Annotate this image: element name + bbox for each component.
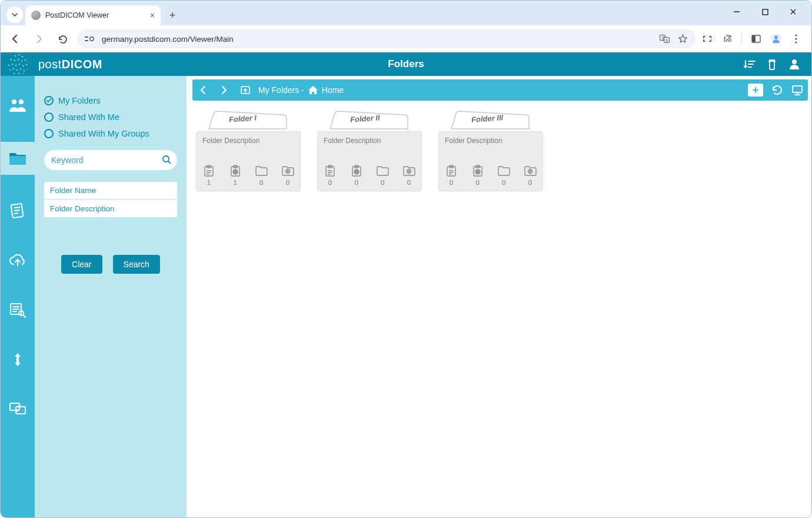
folder-stat: 0 — [497, 164, 510, 186]
refresh-icon[interactable] — [771, 84, 783, 96]
svg-point-33 — [19, 64, 21, 65]
menu-icon[interactable] — [790, 33, 802, 45]
search-icon[interactable] — [162, 155, 171, 164]
search-button[interactable]: Search — [113, 255, 160, 274]
present-icon[interactable] — [791, 84, 803, 96]
crumb-up-icon[interactable] — [239, 84, 251, 96]
site-info-icon[interactable] — [84, 34, 96, 44]
folder-tab: Folder II — [317, 110, 422, 131]
app-body: My Folders Shared With Me Shared With My… — [1, 76, 811, 518]
close-window-button[interactable] — [786, 4, 801, 19]
reload-button[interactable] — [54, 30, 71, 48]
folder-stats: 0000 — [324, 164, 415, 186]
tab-title: PostDICOM Viewer — [45, 11, 145, 19]
stat-icon — [402, 164, 415, 177]
radio-checked-icon — [44, 96, 54, 105]
extensions-icon[interactable] — [721, 33, 733, 45]
stat-icon — [471, 164, 484, 177]
folder-stat: 0 — [402, 164, 415, 186]
forward-button[interactable] — [30, 30, 48, 48]
back-button[interactable] — [6, 30, 24, 48]
filter-label: Shared With Me — [58, 112, 119, 122]
home-icon[interactable] — [308, 85, 318, 95]
browser-tab[interactable]: PostDICOM Viewer × — [25, 5, 161, 25]
folder-card[interactable]: Folder III Folder Description 0000 — [438, 110, 543, 191]
folders-grid: Folder I Folder Description 1100 Folder … — [192, 101, 808, 515]
stat-icon — [524, 164, 537, 177]
svg-point-21 — [22, 56, 24, 58]
breadcrumb-home[interactable]: Home — [322, 85, 344, 95]
stat-count: 0 — [475, 179, 479, 186]
rail-search-list-icon[interactable] — [5, 297, 31, 323]
profile-icon[interactable] — [770, 33, 782, 45]
svg-point-25 — [14, 60, 16, 62]
bookmark-star-icon[interactable] — [677, 33, 688, 45]
tab-row: PostDICOM Viewer × + — [1, 1, 811, 25]
tab-close-icon[interactable]: × — [150, 11, 155, 20]
folder-body: Folder Description 1100 — [196, 131, 301, 191]
folder-description-input[interactable] — [44, 200, 177, 217]
folder-stats: 0000 — [445, 164, 537, 186]
svg-point-22 — [25, 55, 27, 57]
crumb-forward-icon[interactable] — [218, 84, 230, 96]
folder-stat: 0 — [281, 164, 294, 186]
filter-shared-with-me[interactable]: Shared With Me — [44, 112, 177, 122]
add-folder-icon[interactable] — [748, 84, 763, 97]
tab-list-dropdown[interactable] — [6, 6, 23, 23]
brand: postDICOM — [1, 52, 102, 76]
stat-count: 0 — [450, 179, 453, 186]
minimize-button[interactable] — [729, 4, 744, 19]
stat-icon — [350, 164, 363, 177]
folder-card[interactable]: Folder I Folder Description 1100 — [196, 110, 301, 191]
svg-point-41 — [27, 69, 29, 71]
svg-point-50 — [19, 99, 24, 104]
screenshot-extension-icon[interactable] — [701, 33, 713, 45]
breadcrumb-path: My Folders - Home — [258, 85, 344, 95]
rail-sync-icon[interactable] — [5, 347, 31, 373]
breadcrumb-actions — [748, 84, 803, 97]
folder-name-input[interactable] — [44, 182, 177, 200]
svg-point-17 — [8, 55, 9, 57]
breadcrumb-root: My Folders - — [258, 85, 304, 95]
rail-monitors-icon[interactable] — [5, 396, 31, 422]
app: postDICOM Folders — [1, 52, 811, 518]
folder-tab: Folder I — [196, 110, 301, 131]
svg-point-42 — [14, 73, 15, 75]
keyword-input[interactable] — [44, 150, 177, 170]
rail-upload-icon[interactable] — [5, 248, 31, 274]
filter-my-folders[interactable]: My Folders — [44, 96, 177, 105]
crumb-back-icon[interactable] — [197, 84, 209, 96]
svg-line-54 — [14, 210, 20, 211]
browser-chrome: PostDICOM Viewer × + germany.postdicom.c… — [1, 1, 811, 52]
svg-rect-67 — [793, 86, 802, 92]
sort-icon[interactable] — [743, 58, 756, 70]
svg-point-29 — [28, 61, 30, 63]
clear-button[interactable]: Clear — [61, 255, 102, 274]
side-panel: My Folders Shared With Me Shared With My… — [35, 76, 187, 518]
brand-text: postDICOM — [38, 58, 102, 71]
address-bar[interactable]: germany.postdicom.com/Viewer/Main 文A — [77, 29, 695, 48]
svg-point-44 — [23, 73, 25, 75]
trash-icon[interactable] — [767, 58, 777, 70]
radio-unchecked-icon — [44, 112, 54, 122]
stat-icon — [376, 164, 389, 177]
svg-point-39 — [20, 68, 22, 70]
maximize-button[interactable] — [757, 4, 773, 19]
folder-card[interactable]: Folder II Folder Description 0000 — [317, 110, 422, 191]
stat-count: 0 — [328, 179, 332, 186]
side-panel-icon[interactable] — [750, 33, 762, 45]
svg-point-35 — [26, 64, 28, 66]
svg-point-20 — [18, 54, 20, 56]
rail-reports-icon[interactable] — [5, 198, 31, 224]
filter-shared-with-groups[interactable]: Shared With My Groups — [44, 129, 177, 138]
folder-description: Folder Description — [324, 137, 415, 145]
toolbar-divider — [741, 33, 742, 45]
stat-count: 0 — [502, 179, 505, 186]
translate-icon[interactable]: 文A — [659, 33, 671, 45]
window-controls — [729, 4, 811, 25]
svg-point-37 — [13, 68, 15, 70]
rail-folders-icon[interactable] — [1, 142, 35, 175]
user-icon[interactable] — [788, 58, 801, 71]
rail-patients-icon[interactable] — [5, 92, 31, 118]
new-tab-button[interactable]: + — [164, 7, 181, 24]
